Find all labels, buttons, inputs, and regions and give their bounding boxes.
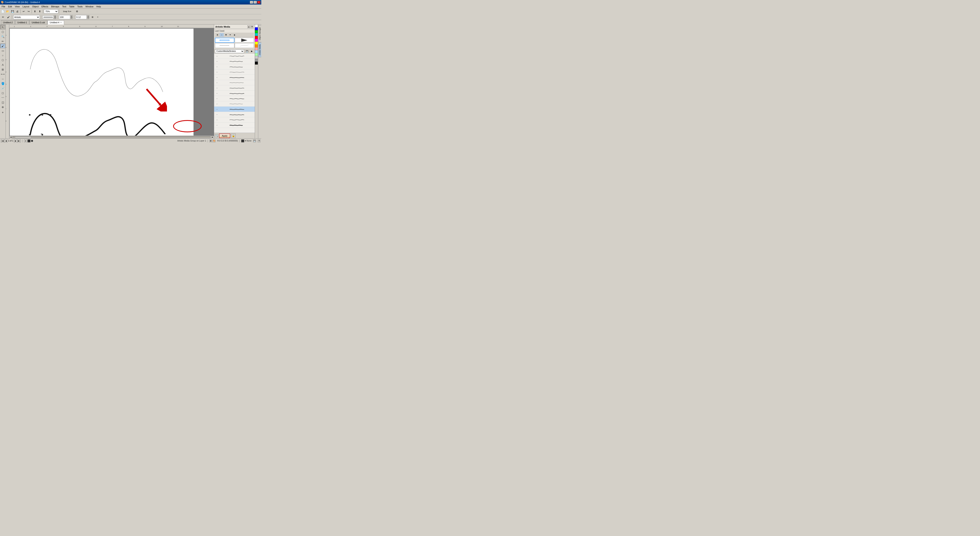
width-input[interactable] — [59, 15, 70, 19]
color-swatch-gray1[interactable] — [255, 56, 258, 59]
brush-row-12[interactable]: ↔ — [214, 112, 255, 117]
polygon-tool[interactable]: ⬠ — [0, 58, 5, 62]
side-tab-object-manager[interactable]: Object Manager — [258, 26, 261, 42]
select-tool[interactable]: ↖ — [0, 25, 5, 29]
scroll-track-h[interactable] — [13, 136, 211, 138]
brush-row-2[interactable]: ↔ — [214, 59, 255, 64]
dimension-tool[interactable]: ⟷ — [0, 72, 5, 77]
brush-row-10[interactable]: ↔ — [214, 101, 255, 107]
side-tab-artistic-media[interactable]: Artistic Media — [258, 43, 261, 57]
nav-prev-btn[interactable]: ◀ — [4, 139, 8, 142]
panel-close-btn[interactable]: ✕ — [251, 26, 253, 28]
maximize-button[interactable]: □ — [253, 1, 257, 4]
panel-scroll-list-up[interactable]: 🔍 — [215, 134, 218, 137]
last-used-item-1[interactable] — [215, 38, 234, 43]
last-used-item-4[interactable] — [235, 43, 254, 48]
color-swatch-yellow[interactable] — [255, 41, 258, 45]
color-swatch-orange[interactable] — [255, 45, 258, 47]
width-up[interactable]: ▲ — [70, 15, 73, 17]
brush-row-11[interactable]: ↔ — [214, 107, 255, 112]
color-swatch-ltgreen[interactable] — [255, 53, 258, 56]
export-btn[interactable]: ⬆ — [38, 9, 42, 14]
menu-table[interactable]: Table — [68, 5, 76, 8]
thickness-down[interactable]: ▼ — [87, 17, 89, 19]
eyedropper-tool[interactable]: 💉 — [0, 86, 5, 91]
tab-untitled1[interactable]: Untitled-1 — [15, 20, 29, 24]
freehand-tool[interactable]: ✏ — [0, 39, 5, 43]
color-swatch-green[interactable] — [255, 30, 258, 33]
color-swatch-pink[interactable] — [255, 47, 258, 50]
preset-dropdown[interactable]: Artistic — [13, 15, 40, 19]
status-save-btn[interactable]: 💾 — [253, 139, 256, 142]
color-swatch-red[interactable] — [255, 36, 258, 39]
node-tool[interactable]: ⬡ — [0, 30, 5, 34]
menu-bitmaps[interactable]: Bitmaps — [50, 5, 60, 8]
apply-button[interactable]: Apply — [219, 134, 230, 138]
panel-media-icon[interactable]: ↔ — [220, 33, 224, 37]
menu-window[interactable]: Window — [84, 5, 95, 8]
plus-btn[interactable]: + — [0, 110, 5, 115]
brush-row-6[interactable]: ↔ — [214, 80, 255, 85]
color-swatch-black[interactable] — [255, 62, 258, 64]
horizontal-scrollbar[interactable]: ◀ ▶ — [10, 136, 214, 139]
print-btn[interactable]: 🖨 — [15, 9, 20, 14]
color-swatch-gray2[interactable] — [255, 59, 258, 62]
menu-effects[interactable]: Effects — [40, 5, 49, 8]
menu-file[interactable]: File — [0, 5, 6, 8]
save-btn[interactable]: 💾 — [10, 9, 15, 14]
zoom-tool[interactable]: 🔍 — [0, 34, 5, 39]
nav-first-btn[interactable]: |◀ — [1, 139, 4, 142]
eraser-tool[interactable]: ◻ — [0, 91, 5, 95]
panel-more-icon[interactable]: ▶ — [250, 49, 254, 53]
undo-btn[interactable]: ↩ — [21, 9, 26, 14]
thickness-up[interactable]: ▲ — [87, 15, 89, 17]
brush-row-8[interactable]: ↔ — [214, 91, 255, 96]
brush-row-4[interactable]: ↔ — [214, 69, 255, 75]
width-down[interactable]: ▼ — [70, 17, 73, 19]
ellipse-tool[interactable]: ○ — [0, 53, 5, 57]
fill-color-swatch[interactable] — [241, 139, 244, 142]
panel-calligraphy-icon[interactable]: ✒ — [228, 33, 232, 37]
rectangle-tool[interactable]: ▭ — [0, 48, 5, 53]
scroll-right-btn[interactable]: ▶ — [211, 136, 214, 139]
panel-preset-icon[interactable]: ⊕ — [215, 33, 220, 37]
brush-row-3[interactable]: ↔ — [214, 64, 255, 69]
close-button[interactable]: ✕ — [257, 1, 261, 4]
prop-freehand-btn[interactable]: ✏ — [1, 15, 5, 19]
menu-text[interactable]: Text — [61, 5, 67, 8]
titlebar-controls[interactable]: ─ □ ✕ — [250, 1, 261, 4]
table-tool[interactable]: ⊞ — [0, 67, 5, 72]
menu-help[interactable]: Help — [95, 5, 102, 8]
open-btn[interactable]: 📂 — [5, 9, 10, 14]
menu-edit[interactable]: Edit — [7, 5, 13, 8]
artistic-tool[interactable]: 🖌 — [0, 44, 5, 48]
redo-btn[interactable]: ↪ — [26, 9, 31, 14]
fill-tool[interactable]: 🪣 — [0, 81, 5, 86]
prop-extra-btn[interactable]: ⊞ — [90, 15, 95, 19]
shadow-tool[interactable]: ◫ — [0, 100, 5, 105]
brush-row-7[interactable]: ↔ — [214, 85, 255, 91]
nav-next-btn[interactable]: ▶ — [14, 139, 17, 142]
stroke-width-up[interactable]: ▲ — [54, 15, 56, 17]
connector-tool[interactable]: ─ — [0, 77, 5, 81]
brush-row-1[interactable]: ↔ — [214, 54, 255, 59]
color-swatch-white[interactable] — [255, 24, 258, 27]
scroll-thumb-h[interactable] — [15, 136, 31, 138]
prop-extra2-btn[interactable]: + — [95, 15, 100, 19]
tab-close-icon[interactable]: ✕ — [60, 21, 62, 24]
tab-untitled2[interactable]: Untitled-2 — [1, 20, 15, 24]
nav-last-btn[interactable]: ▶| — [18, 139, 21, 142]
menu-view[interactable]: View — [14, 5, 21, 8]
brush-row-14[interactable]: ↔ — [214, 123, 255, 128]
color-swatch-magenta[interactable] — [255, 39, 258, 41]
tab-untitled3[interactable]: Untitled-3.cdr — [29, 20, 47, 24]
stroke-width-down[interactable]: ▼ — [54, 17, 56, 19]
smear-tool[interactable]: 〰 — [0, 95, 5, 100]
minimize-button[interactable]: ─ — [250, 1, 253, 4]
scroll-left-btn[interactable]: ◀ — [10, 136, 12, 139]
color-swatch-ltblue[interactable] — [255, 50, 258, 53]
page-nav[interactable]: |◀ ◀ 1 of 1 ▶ ▶| — [1, 139, 21, 142]
category-select[interactable]: CustomMediaStrokes — [215, 49, 244, 53]
import-btn[interactable]: ⬇ — [33, 9, 37, 14]
menu-tools[interactable]: Tools — [76, 5, 84, 8]
